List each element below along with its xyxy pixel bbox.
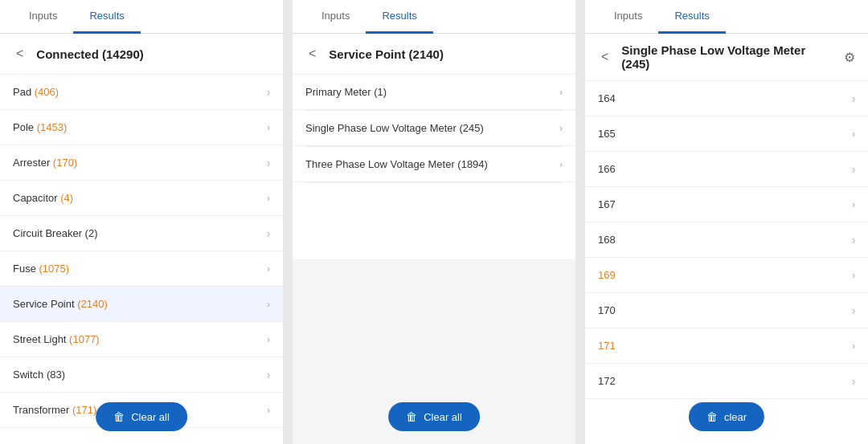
panel-2-item-label: Single Phase Low Voltage Meter (245) (305, 122, 484, 134)
chevron-right-icon: › (267, 405, 270, 416)
panel-1-item-label: Circuit Breaker (2) (13, 227, 97, 239)
panel-3-list-item[interactable]: 166› (585, 152, 868, 187)
panel-1-item-label: Service Point (2140) (13, 298, 108, 310)
chevron-right-icon: › (267, 157, 270, 169)
panel-1-tab-inputs[interactable]: Inputs (13, 0, 73, 34)
panel-3-item-label: 165 (598, 128, 616, 140)
chevron-right-icon: › (852, 234, 855, 246)
chevron-right-icon: › (852, 376, 855, 387)
panel-2: Inputs Results < Service Point (2140) Pr… (293, 0, 575, 444)
chevron-right-icon: › (852, 164, 855, 175)
chevron-right-icon: › (267, 87, 270, 98)
panel-1-list: Pad (406)›Pole (1453)›Arrester (170)›Cap… (0, 75, 283, 444)
panel-1-item-label: Street Light (1077) (13, 333, 100, 345)
panel-1-clear-all-button[interactable]: 🗑 Clear all (96, 402, 187, 431)
panel-2-item-label: Primary Meter (1) (305, 86, 387, 98)
panel-3-item-label: 169 (598, 269, 616, 281)
panel-3-list-item[interactable]: 172› (585, 364, 868, 399)
chevron-right-icon: › (267, 122, 270, 133)
panel-2-tabs: Inputs Results (293, 0, 575, 34)
panel-3-item-label: 168 (598, 234, 616, 246)
chevron-right-icon: › (267, 263, 270, 275)
panel-2-back-button[interactable]: < (305, 43, 319, 64)
chevron-right-icon: › (852, 270, 855, 281)
panel-3: Inputs Results < Single Phase Low Voltag… (585, 0, 868, 444)
panel-2-list-item[interactable]: Primary Meter (1)› (293, 75, 575, 110)
chevron-right-icon: › (559, 123, 563, 134)
panel-2-tab-inputs[interactable]: Inputs (305, 0, 366, 34)
chevron-right-icon: › (852, 128, 855, 140)
panel-1-list-item[interactable]: Circuit Breaker (2)› (0, 216, 283, 251)
panel-1-header: < Connected (14290) (0, 34, 283, 75)
panel-3-list-item[interactable]: 168› (585, 222, 868, 258)
panel-3-back-button[interactable]: < (598, 47, 612, 67)
chevron-right-icon: › (852, 340, 855, 352)
panel-3-tab-results[interactable]: Results (658, 0, 725, 34)
panel-1-item-label: Transformer (171) (13, 404, 96, 416)
panel-1-item-label: Capacitor (4) (13, 192, 73, 204)
chevron-right-icon: › (852, 305, 855, 316)
panel-2-tab-results[interactable]: Results (366, 0, 432, 34)
chevron-right-icon: › (852, 199, 855, 210)
panel-2-trash-icon: 🗑 (406, 410, 417, 423)
panel-3-item-label: 164 (598, 92, 616, 104)
panel-2-clear-all-button[interactable]: 🗑 Clear all (388, 402, 480, 431)
panel-1-list-item[interactable]: Switch (83)› (0, 357, 283, 393)
panel-3-item-label: 167 (598, 198, 616, 210)
panel-1-item-label: Switch (83) (13, 369, 65, 381)
panel-1: Inputs Results < Connected (14290) Pad (… (0, 0, 283, 444)
panel-3-clear-all-label: clear (724, 411, 747, 423)
panel-1-item-label: Pad (406) (13, 86, 59, 98)
panel-2-list-item[interactable]: Single Phase Low Voltage Meter (245)› (293, 111, 575, 146)
panel-3-item-label: 166 (598, 163, 616, 175)
panel-3-list-item[interactable]: 167› (585, 187, 868, 222)
panel-1-list-item[interactable]: Fuse (1075)› (0, 251, 283, 287)
panel-2-header: < Service Point (2140) (293, 34, 575, 75)
panel-1-item-label: Arrester (170) (13, 157, 77, 169)
panel-1-list-item[interactable]: Capacitor (4)› (0, 181, 283, 216)
panel-1-list-item[interactable]: Arrester (170)› (0, 145, 283, 181)
panel-1-list-item[interactable]: Pole (1453)› (0, 110, 283, 145)
chevron-right-icon: › (559, 159, 563, 170)
panel-3-list-item[interactable]: 170› (585, 293, 868, 328)
panel-1-trash-icon: 🗑 (113, 410, 125, 423)
panel-3-tabs: Inputs Results (585, 0, 868, 34)
panel-3-tab-inputs[interactable]: Inputs (598, 0, 658, 34)
panel-3-title: Single Phase Low Voltage Meter (245) (621, 43, 834, 71)
panel-3-list: 164›165›166›167›168›169›170›171›172› (585, 81, 868, 444)
chevron-right-icon: › (267, 334, 270, 345)
panel-1-list-item[interactable]: Street Light (1077)› (0, 322, 283, 357)
panel-2-footer: 🗑 Clear all (388, 402, 480, 431)
panel-2-item-label: Three Phase Low Voltage Meter (1894) (305, 158, 488, 170)
panel-3-item-label: 171 (598, 340, 616, 352)
panel-2-list-item[interactable]: Three Phase Low Voltage Meter (1894)› (293, 147, 575, 182)
panel-3-footer: 🗑 clear (689, 402, 764, 431)
panel-3-list-item[interactable]: 169› (585, 258, 868, 293)
panel-3-clear-all-button[interactable]: 🗑 clear (689, 402, 764, 431)
panel-1-back-button[interactable]: < (13, 43, 27, 64)
panel-3-header: < Single Phase Low Voltage Meter (245) ⚙ (585, 34, 868, 81)
panel-1-item-label: Pole (1453) (13, 121, 67, 133)
panel-1-list-item[interactable]: Service Point (2140)› (0, 287, 283, 322)
panel-3-item-label: 170 (598, 304, 616, 316)
panel-2-list: Primary Meter (1)›Single Phase Low Volta… (293, 75, 575, 259)
panel-1-title: Connected (14290) (36, 47, 143, 61)
chevron-right-icon: › (267, 193, 270, 204)
chevron-right-icon: › (852, 93, 855, 104)
panel-1-item-label: Fuse (1075) (13, 263, 69, 275)
chevron-right-icon: › (267, 369, 270, 381)
panel-1-clear-all-label: Clear all (131, 411, 170, 423)
panel-2-clear-all-label: Clear all (424, 411, 462, 423)
panel-3-list-item[interactable]: 164› (585, 81, 868, 116)
panel-3-list-item[interactable]: 171› (585, 328, 868, 364)
panel-1-footer: 🗑 Clear all (96, 402, 187, 431)
panel-1-list-item[interactable]: Pad (406)› (0, 75, 283, 110)
panel-3-trash-icon: 🗑 (706, 410, 718, 423)
panel-1-tab-results[interactable]: Results (73, 0, 140, 34)
chevron-right-icon: › (267, 299, 270, 310)
panel-2-title: Service Point (2140) (329, 47, 444, 61)
panel-3-list-item[interactable]: 165› (585, 116, 868, 152)
panel-3-item-label: 172 (598, 375, 616, 387)
chevron-right-icon: › (267, 228, 270, 239)
panel-3-gear-button[interactable]: ⚙ (844, 50, 855, 65)
